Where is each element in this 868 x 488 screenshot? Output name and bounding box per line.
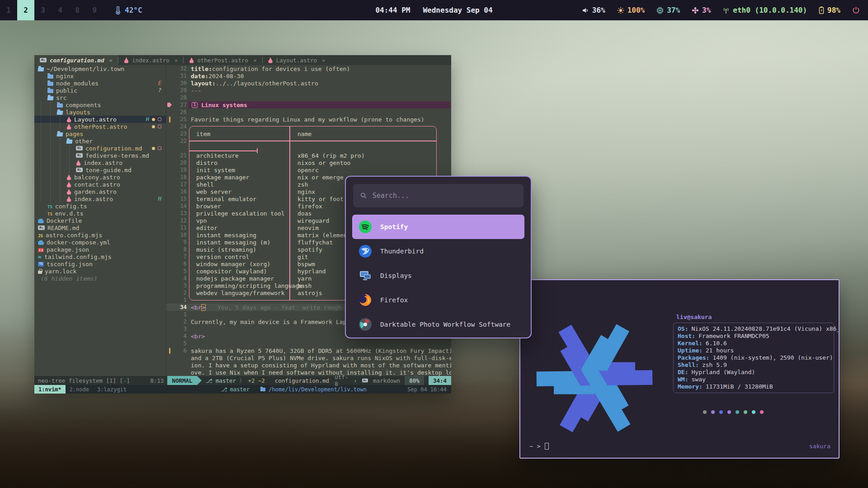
tree-item-tailwind.config.mjs[interactable]: tailwind.config.mjs — [34, 253, 166, 260]
tab-configuration.md[interactable]: configuration.md× — [34, 55, 118, 65]
line-text — [191, 340, 451, 347]
tree-item-pages[interactable]: pages — [34, 130, 166, 137]
workspace-4[interactable]: 4 — [52, 0, 69, 20]
buffer-line[interactable]: 5 — [166, 340, 451, 347]
buffer-line[interactable]: 30layout: ../../layouts/otherPost.astro — [166, 80, 451, 87]
temperature-module[interactable]: 42°C — [115, 6, 142, 14]
palette-dot — [736, 410, 739, 414]
battery-module[interactable]: 98% — [819, 6, 840, 14]
launcher-item-firefox[interactable]: Firefox — [352, 288, 524, 312]
tree-item-layouts[interactable]: layouts — [34, 108, 166, 116]
tree-item-components[interactable]: components — [34, 101, 166, 108]
tab-close-icon[interactable]: × — [109, 57, 113, 64]
launcher-search[interactable] — [353, 184, 524, 207]
network-module[interactable]: eth0 (10.0.0.140) — [722, 6, 807, 14]
tmux-window-2:node[interactable]: 2:node — [66, 385, 93, 394]
buffer-line[interactable]: ove. I use Nix when I need software with… — [166, 369, 451, 376]
search-input[interactable] — [373, 192, 516, 200]
buffer-line[interactable]: 271Linux systems — [166, 101, 451, 108]
tree-item-package.json[interactable]: package.json — [34, 246, 166, 253]
buffer-line[interactable]: 26 — [166, 108, 451, 116]
modified-dot-icon — [152, 118, 155, 121]
launcher-item-darktable[interactable]: Darktable Photo Workflow Software — [352, 312, 524, 337]
buffer-line[interactable]: 28 — [166, 94, 451, 101]
tab-close-icon[interactable]: × — [253, 57, 257, 64]
git-modified: ~2 — [258, 377, 265, 384]
workspace-3[interactable]: 3 — [34, 0, 52, 20]
tree-item-env.d.ts[interactable]: env.d.ts — [34, 210, 166, 217]
buffer-line[interactable]: 23itemname — [166, 130, 451, 137]
terminal-window[interactable]: liv@sakura OS:NixOS 24.11.20240828.71e91… — [519, 279, 840, 459]
launcher-item-displays[interactable]: Displays — [352, 263, 524, 288]
tree-item-other[interactable]: other — [34, 137, 166, 145]
tree-item-astro.config.mjs[interactable]: astro.config.mjs — [34, 231, 166, 239]
tree-item-public[interactable]: public? — [34, 87, 166, 94]
md-icon — [38, 225, 45, 230]
buffer-line[interactable]: 19init systemopenrc — [166, 166, 451, 174]
tree-item-index.astro[interactable]: index.astro — [34, 159, 166, 166]
tree-item-tone-guide.md[interactable]: tone-guide.md — [34, 166, 166, 174]
tree-item--6-hidden-items-[interactable]: (6 hidden items) — [34, 275, 166, 282]
cpu-module[interactable]: 37% — [656, 6, 680, 14]
buffer-line[interactable]: 29--- — [166, 87, 451, 94]
buffer-line[interactable]: 20distronixos or gentoo — [166, 159, 451, 166]
tree-item-Dockerfile[interactable]: Dockerfile — [34, 217, 166, 224]
volume-module[interactable]: 36% — [582, 6, 605, 14]
network-value: eth0 (10.0.0.140) — [733, 6, 807, 14]
tree-item-nginx[interactable]: nginx — [34, 72, 166, 80]
statusline: neo-tree filesystem [1] [-] 8:13 NORMAL … — [34, 376, 451, 385]
buffer-line[interactable]: 32title: configuration for devices i use… — [166, 65, 451, 72]
buffer-line[interactable]: 6sakura has a Ryzen 5 7640U, 32GB of DDR… — [166, 347, 451, 354]
tree-item-node-modules[interactable]: node_modulesE — [34, 80, 166, 87]
tab-Layout.astro[interactable]: Layout.astro× — [263, 55, 331, 65]
workspace-8[interactable]: 8 — [69, 0, 86, 20]
buffer-line[interactable] — [166, 145, 451, 152]
clock-module[interactable]: 04:44 PM Wednesday Sep 04 — [375, 6, 492, 14]
spotify-icon — [359, 220, 372, 234]
buffer-line[interactable]: 21architecturex86_64 (rip m2 pro) — [166, 152, 451, 159]
tab-index.astro[interactable]: index.astro× — [118, 55, 183, 65]
tree-item-config.ts[interactable]: config.ts — [34, 202, 166, 210]
tree-item-fediverse-terms.md[interactable]: fediverse-terms.md — [34, 152, 166, 159]
brightness-module[interactable]: 100% — [617, 6, 645, 14]
buffer-line[interactable]: 31date: 2024-08-30 — [166, 72, 451, 80]
buffer-line[interactable]: ion. I have a setup consisting of Hyprla… — [166, 361, 451, 369]
buffer-line[interactable]: 25Favorite things regarding Linux and my… — [166, 116, 451, 123]
tree-item--Development-liv.town[interactable]: ~/Development/liv.town — [34, 65, 166, 72]
tree-item-tsconfig.json[interactable]: tsconfig.json — [34, 260, 166, 267]
line-number: 1 — [173, 311, 191, 318]
tree-item-configuration.md[interactable]: configuration.md — [34, 145, 166, 152]
gpu-module[interactable]: 3% — [692, 6, 711, 14]
shell-prompt[interactable]: ~ > — [529, 443, 549, 450]
tree-item-yarn.lock[interactable]: yarn.lock — [34, 267, 166, 275]
tree-item-contact.astro[interactable]: contact.astro — [34, 181, 166, 188]
lock-icon — [38, 271, 42, 274]
power-button[interactable] — [852, 6, 860, 14]
buffer-line[interactable]: 22 — [166, 137, 451, 145]
workspace-2[interactable]: 2 — [17, 0, 34, 20]
tree-item-balcony.astro[interactable]: balcony.astro — [34, 174, 166, 181]
tmux-window-3:lazygit[interactable]: 3:lazygit — [93, 385, 131, 394]
tmux-window-1:nvim*[interactable]: 1:nvim* — [34, 385, 66, 394]
workspace-9[interactable]: 9 — [86, 0, 103, 20]
branch-icon: ⎇ — [221, 386, 227, 393]
buffer-line[interactable]: and a 2TB (Crucial P5 Plus) NVMe drive. … — [166, 354, 451, 361]
powerline-arrow — [197, 376, 202, 385]
tab-otherPost.astro[interactable]: otherPost.astro× — [184, 55, 262, 65]
tree-item-Layout.astro[interactable]: Layout.astroH — [34, 116, 166, 123]
indent-guide — [50, 195, 57, 202]
tab-close-icon[interactable]: × — [322, 57, 326, 64]
tree-item-src[interactable]: src — [34, 94, 166, 101]
tree-item-index.astro[interactable]: index.astroH — [34, 195, 166, 202]
launcher-item-spotify[interactable]: Spotify — [352, 215, 524, 239]
tab-close-icon[interactable]: × — [175, 57, 178, 64]
tree-item-otherPost.astro[interactable]: otherPost.astro — [34, 123, 166, 130]
tree-item-docker-compose.yml[interactable]: docker-compose.yml — [34, 239, 166, 246]
folder-icon — [57, 103, 63, 108]
launcher-item-thunderbird[interactable]: Thunderbird — [352, 239, 524, 263]
workspace-1[interactable]: 1 — [0, 0, 17, 20]
tree-item-README.md[interactable]: README.md — [34, 224, 166, 231]
tree-item-garden.astro[interactable]: garden.astro — [34, 188, 166, 195]
buffer-line[interactable]: 24 — [166, 123, 451, 130]
indent-guide — [60, 174, 66, 181]
